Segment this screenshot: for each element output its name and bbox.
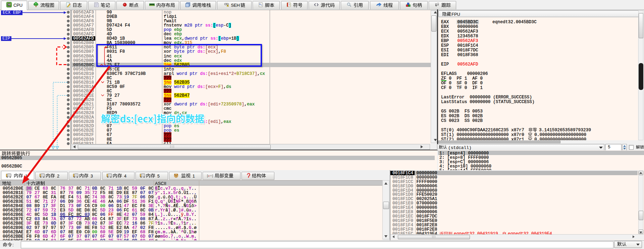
svg-text:32: 32 [8, 3, 11, 6]
svg-text:=]: =] [210, 174, 213, 178]
svg-text:x: x [208, 174, 210, 178]
